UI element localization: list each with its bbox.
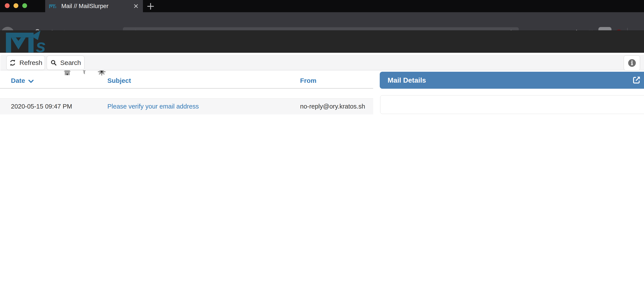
new-tab-icon[interactable] <box>146 2 155 11</box>
search-icon <box>50 59 57 66</box>
close-tab-icon[interactable] <box>133 3 139 9</box>
column-header-subject[interactable]: Subject <box>107 73 131 88</box>
mail-subject-link[interactable]: Please verify your email address <box>107 103 199 110</box>
browser-tab-bar: s Mail // MailSlurper <box>0 0 644 12</box>
window-zoom-button[interactable] <box>22 3 27 8</box>
browser-tab[interactable]: s Mail // MailSlurper <box>45 0 143 12</box>
mail-date-cell: 2020-05-15 09:47 PM <box>11 98 72 114</box>
mail-from-cell: no-reply@ory.kratos.sh <box>300 98 365 114</box>
info-button[interactable] <box>624 55 640 71</box>
external-link-icon[interactable] <box>632 75 641 85</box>
column-header-from[interactable]: From <box>300 73 316 88</box>
svg-text:s: s <box>36 36 46 52</box>
mail-details-title: Mail Details <box>388 76 632 84</box>
tab-title: Mail // MailSlurper <box>61 3 133 9</box>
action-bar <box>0 55 644 70</box>
refresh-label: Refresh <box>20 59 42 66</box>
app-header: s <box>0 30 644 53</box>
window-minimize-button[interactable] <box>14 3 18 8</box>
column-header-date[interactable]: Date <box>11 73 34 88</box>
browser-nav-toolbar: 127.0.0.1:4436 <box>0 12 644 30</box>
search-button[interactable]: Search <box>47 55 84 70</box>
mailslurper-logo: s <box>6 30 53 52</box>
mail-subject-cell[interactable]: Please verify your email address <box>107 98 199 114</box>
svg-text:s: s <box>54 5 56 8</box>
info-icon <box>628 58 636 67</box>
search-label: Search <box>60 59 81 66</box>
window-close-button[interactable] <box>5 3 10 8</box>
screen: s Mail // MailSlurper <box>0 0 644 289</box>
mail-details-header: Mail Details <box>380 72 644 89</box>
table-header-border <box>0 88 373 89</box>
sort-desc-icon <box>28 79 34 83</box>
mail-details-body <box>380 95 644 114</box>
mailslurper-favicon: s <box>49 4 58 8</box>
refresh-icon <box>9 59 16 66</box>
refresh-button[interactable]: Refresh <box>6 55 45 70</box>
